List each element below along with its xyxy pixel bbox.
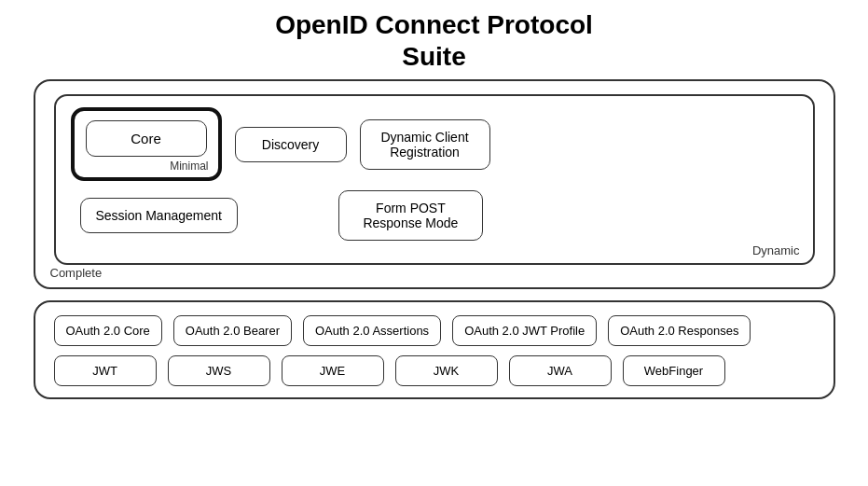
jwt-card: JWT xyxy=(54,355,157,386)
jwt-card: JWE xyxy=(282,355,384,386)
jwt-card: WebFinger xyxy=(623,355,725,386)
discovery-card: Discovery xyxy=(235,127,347,162)
dynamic-label: Dynamic xyxy=(752,243,800,257)
top-row: Core Minimal Discovery Dynamic Client Re… xyxy=(71,107,798,181)
dcr-card: Dynamic Client Registration xyxy=(360,119,490,170)
page-title: OpenID Connect Protocol Suite xyxy=(275,9,593,72)
title-line1: OpenID Connect Protocol xyxy=(275,10,593,39)
minimal-box: Core Minimal xyxy=(71,107,222,181)
oauth-card: OAuth 2.0 Assertions xyxy=(303,315,441,346)
oauth-card: OAuth 2.0 Responses xyxy=(608,315,751,346)
jwt-card: JWK xyxy=(395,355,498,386)
minimal-label: Minimal xyxy=(170,160,208,173)
oauth-card: OAuth 2.0 JWT Profile xyxy=(452,315,597,346)
oauth-box: OAuth 2.0 CoreOAuth 2.0 BearerOAuth 2.0 … xyxy=(34,300,835,399)
jwt-card: JWS xyxy=(168,355,270,386)
oauth-row-2: JWTJWSJWEJWKJWAWebFinger xyxy=(54,355,815,386)
dynamic-box: Core Minimal Discovery Dynamic Client Re… xyxy=(54,94,815,265)
complete-label: Complete xyxy=(50,266,103,280)
session-card: Session Management xyxy=(80,198,238,233)
core-card: Core xyxy=(86,120,207,157)
jwt-card: JWA xyxy=(509,355,612,386)
oauth-row-1: OAuth 2.0 CoreOAuth 2.0 BearerOAuth 2.0 … xyxy=(54,315,815,346)
oauth-card: OAuth 2.0 Bearer xyxy=(173,315,292,346)
complete-box: Core Minimal Discovery Dynamic Client Re… xyxy=(34,79,835,289)
second-row: Session Management Form POST Response Mo… xyxy=(71,190,798,241)
form-card: Form POST Response Mode xyxy=(338,190,483,241)
oauth-card: OAuth 2.0 Core xyxy=(54,315,162,346)
title-line2: Suite xyxy=(402,42,465,71)
